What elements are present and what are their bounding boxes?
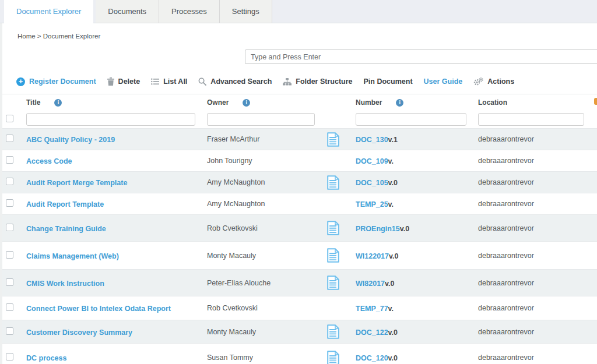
tab-documents[interactable]: Documents <box>96 0 159 23</box>
list-all-button[interactable]: List All <box>151 77 187 86</box>
column-header-number[interactable]: Number <box>356 98 382 107</box>
trash-icon <box>107 77 114 86</box>
tab-settings[interactable]: Settings <box>220 0 272 23</box>
row-checkbox[interactable] <box>6 178 13 185</box>
tab-processes[interactable]: Processes <box>159 0 220 23</box>
table-row: Access Code John Tourigny DOC_109v. debr… <box>2 150 597 171</box>
document-number-link[interactable]: DOC_109 <box>356 157 388 165</box>
document-title-link[interactable]: CMIS Work Instruction <box>26 280 104 288</box>
table-row: Change Training Guide Rob Cvetkovski PRO… <box>2 214 597 241</box>
owner-cell: Monty Macauly <box>201 252 317 260</box>
row-checkbox[interactable] <box>6 278 13 286</box>
row-checkbox[interactable] <box>6 327 13 335</box>
row-checkbox[interactable] <box>6 251 13 259</box>
register-document-label: Register Document <box>29 77 96 86</box>
pin-document-button[interactable]: Pin Document <box>364 77 413 86</box>
document-title-link[interactable]: Customer Discovery Summary <box>26 328 132 337</box>
global-search-input[interactable] <box>245 50 597 64</box>
column-header-title[interactable]: Title <box>26 98 40 107</box>
owner-filter-input[interactable] <box>207 113 315 126</box>
document-icon[interactable] <box>327 275 339 290</box>
document-number-link[interactable]: DOC_122 <box>356 328 388 337</box>
version-label: v.0 <box>388 179 398 187</box>
document-title-link[interactable]: Change Training Guide <box>26 225 106 233</box>
document-title-link[interactable]: Access Code <box>26 157 72 165</box>
document-icon[interactable] <box>327 351 339 364</box>
document-number-link[interactable]: DOC_105 <box>356 179 388 187</box>
delete-button[interactable]: Delete <box>107 77 141 86</box>
version-label: v.0 <box>400 225 409 233</box>
info-icon[interactable]: i <box>396 99 403 107</box>
document-icon[interactable] <box>327 221 339 235</box>
document-number-link[interactable]: DOC_120 <box>356 354 388 362</box>
user-guide-link[interactable]: User Guide <box>424 77 463 86</box>
document-icon[interactable] <box>327 324 339 339</box>
register-document-button[interactable]: + Register Document <box>16 77 96 86</box>
filter-row <box>2 111 597 128</box>
actions-button[interactable]: Actions <box>473 77 514 86</box>
column-header-owner[interactable]: Owner <box>207 98 229 107</box>
page: { "tabs": [ {"label": "Document Explorer… <box>0 0 597 364</box>
document-number-link[interactable]: TEMP_77 <box>356 305 388 313</box>
list-icon <box>151 78 159 85</box>
document-number-link[interactable]: DOC_130 <box>356 136 388 144</box>
plus-circle-icon: + <box>16 77 25 86</box>
breadcrumb: Home > Document Explorer <box>2 23 597 41</box>
location-cell: debraaarontrevor <box>472 328 597 336</box>
location-cell: debraaarontrevor <box>472 252 597 260</box>
content-panel: Home > Document Explorer + Register Docu… <box>2 23 597 364</box>
document-title-link[interactable]: Connect Power BI to Intelex Odata Report <box>26 305 171 313</box>
table-row: CMIS Work Instruction Peter-Elias Alouch… <box>2 269 597 296</box>
row-checkbox[interactable] <box>6 135 13 142</box>
number-filter-input[interactable] <box>356 113 466 126</box>
owner-cell: Amy McNaughton <box>201 200 317 208</box>
document-number-link[interactable]: WI82017 <box>356 280 385 288</box>
document-icon[interactable] <box>327 175 339 190</box>
document-number-link[interactable]: TEMP_25 <box>356 200 388 208</box>
row-checkbox[interactable] <box>6 156 13 164</box>
document-icon[interactable] <box>327 248 339 263</box>
title-filter-input[interactable] <box>26 113 195 126</box>
owner-cell: Amy McNaughton <box>201 178 317 186</box>
version-label: v.0 <box>389 252 398 260</box>
tab-document-explorer[interactable]: Document Explorer <box>4 0 93 24</box>
advanced-search-button[interactable]: Advanced Search <box>198 77 272 86</box>
document-title-link[interactable]: ABC Quality Policy - 2019 <box>26 136 115 144</box>
document-title-link[interactable]: Claims Management (Web) <box>26 252 119 260</box>
location-cell: debraaarontrevor <box>472 178 597 186</box>
info-icon[interactable]: i <box>54 99 62 107</box>
table-row: Connect Power BI to Intelex Odata Report… <box>2 296 597 320</box>
row-checkbox[interactable] <box>6 199 13 207</box>
version-label: v. <box>388 157 394 165</box>
document-number-link[interactable]: PROEngin15 <box>356 225 400 233</box>
document-number-link[interactable]: WI122017 <box>356 252 389 260</box>
document-title-link[interactable]: Audit Report Template <box>26 200 104 208</box>
row-checkbox[interactable] <box>6 303 13 311</box>
document-title-link[interactable]: DC process <box>26 354 66 362</box>
document-title-link[interactable]: Audit Report Merge Template <box>26 179 127 187</box>
table-row: Audit Report Template Amy McNaughton TEM… <box>2 193 597 214</box>
folder-structure-button[interactable]: Folder Structure <box>283 77 352 86</box>
location-cell: debraaarontrevor <box>472 224 597 232</box>
row-checkbox[interactable] <box>6 224 13 231</box>
document-icon[interactable] <box>327 132 339 147</box>
table-row: Claims Management (Web) Monty Macauly WI… <box>2 241 597 269</box>
column-header-location[interactable]: Location <box>478 98 507 107</box>
location-cell: debraaarontrevor <box>472 157 597 165</box>
location-filter-input[interactable] <box>478 113 584 126</box>
select-all-checkbox[interactable] <box>6 115 13 122</box>
row-checkbox[interactable] <box>6 353 13 361</box>
version-label: v. <box>388 200 394 208</box>
delete-label: Delete <box>118 77 141 86</box>
info-icon[interactable]: i <box>243 99 250 107</box>
toolbar: + Register Document Delete List All Adva… <box>16 74 597 89</box>
owner-cell: Rob Cvetkovski <box>201 304 317 312</box>
owner-cell: Fraser McArthur <box>201 135 317 143</box>
gears-icon <box>473 77 483 86</box>
table-row: DC process Susan Tommy DOC_120v.0 debraa… <box>2 343 597 364</box>
location-cell: debraaarontrevor <box>472 304 597 312</box>
table-row: Customer Discovery Summary Monty Macauly… <box>2 320 597 343</box>
table-row: Audit Report Merge Template Amy McNaught… <box>2 171 597 193</box>
table-row: ABC Quality Policy - 2019 Fraser McArthu… <box>2 128 597 150</box>
cutoff-column-icon <box>594 98 597 105</box>
